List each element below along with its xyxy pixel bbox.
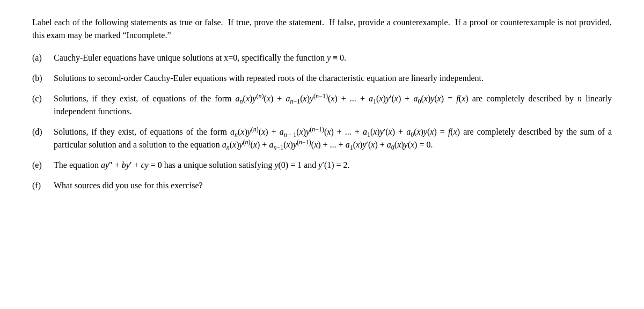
intro-paragraph: Label each of the following statements a… — [32, 16, 612, 42]
problem-label-b: (b) — [32, 72, 54, 85]
problem-label-a: (a) — [32, 52, 54, 64]
problem-list: (a) Cauchy-Euler equations have unique s… — [32, 52, 612, 192]
problem-content-d: Solutions, if they exist, of equations o… — [54, 126, 612, 151]
problem-item-b: (b) Solutions to second-order Cauchy-Eul… — [32, 72, 612, 85]
problem-label-d: (d) — [32, 126, 54, 138]
problem-item-a: (a) Cauchy-Euler equations have unique s… — [32, 52, 612, 64]
problem-label-e: (e) — [32, 159, 54, 172]
problem-content-a: Cauchy-Euler equations have unique solut… — [54, 52, 612, 64]
problem-label-c: (c) — [32, 92, 54, 105]
problem-content-e: The equation ay″ + by′ + cy = 0 has a un… — [54, 159, 612, 172]
problem-content-b: Solutions to second-order Cauchy-Euler e… — [54, 72, 612, 85]
problem-item-f: (f) What sources did you use for this ex… — [32, 179, 612, 192]
problem-content-c: Solutions, if they exist, of equations o… — [54, 92, 612, 118]
problem-item-c: (c) Solutions, if they exist, of equatio… — [32, 92, 612, 118]
problem-item-e: (e) The equation ay″ + by′ + cy = 0 has … — [32, 159, 612, 172]
problem-label-f: (f) — [32, 179, 54, 192]
problem-item-d: (d) Solutions, if they exist, of equatio… — [32, 126, 612, 151]
problem-content-f: What sources did you use for this exerci… — [54, 179, 612, 192]
